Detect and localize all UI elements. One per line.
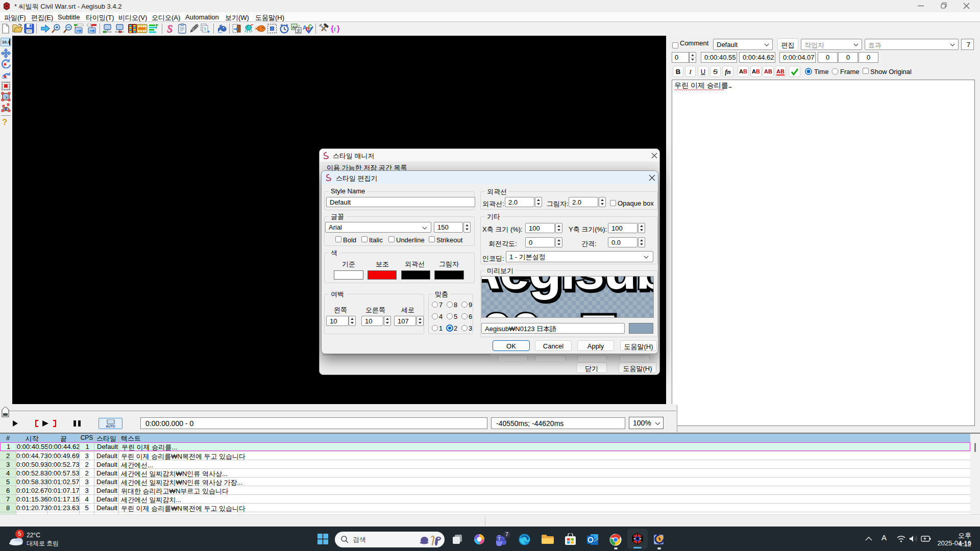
svg-text:Aegisub: Aegisub	[482, 277, 654, 300]
svg-text:1: 1	[439, 324, 443, 332]
svg-text:8: 8	[454, 301, 457, 309]
svg-text:T: T	[204, 27, 207, 32]
svg-text:3: 3	[469, 324, 472, 332]
svg-text:8: 8	[5, 107, 7, 111]
svg-text:文: 文	[297, 29, 301, 33]
svg-text:5: 5	[454, 313, 457, 320]
svg-text:4: 4	[439, 313, 443, 320]
svg-text:?: ?	[298, 24, 300, 29]
svg-text:6: 6	[469, 313, 472, 320]
svg-text:}: }	[337, 24, 340, 33]
svg-text:7: 7	[439, 301, 443, 309]
svg-text:s: s	[6, 94, 8, 99]
svg-text:00: 00	[482, 302, 540, 318]
svg-text:t: t	[334, 25, 336, 33]
svg-text:9: 9	[469, 301, 472, 309]
svg-text:T: T	[498, 536, 500, 541]
svg-text:2: 2	[454, 324, 457, 332]
